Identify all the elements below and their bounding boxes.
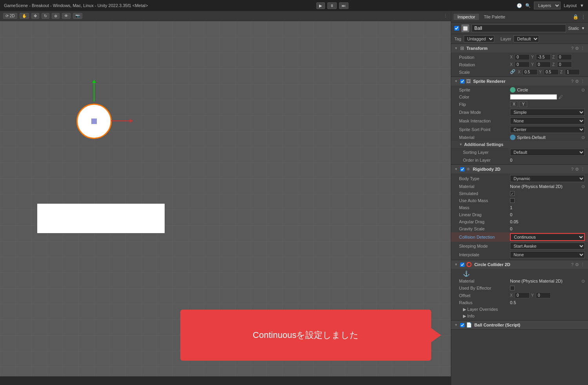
position-x-input[interactable] bbox=[515, 54, 530, 60]
interpolate-dropdown[interactable]: None bbox=[510, 251, 585, 258]
circle-collider-menu-icon[interactable]: ⋮ bbox=[581, 262, 585, 267]
collision-detection-dropdown[interactable]: Continuous bbox=[510, 233, 585, 241]
position-z-input[interactable] bbox=[557, 54, 572, 60]
window-title: GameScene - Breakout - Windows, Mac, Lin… bbox=[4, 3, 148, 8]
sprite-sort-point-dropdown[interactable]: Center bbox=[510, 126, 585, 133]
inspector-panel: Inspector Tile Palette 🔒 ⋮ ⬜ Static ▼ Ta… bbox=[451, 11, 588, 385]
sorting-layer-dropdown[interactable]: Default bbox=[510, 149, 585, 156]
body-type-dropdown[interactable]: Dynamic bbox=[510, 175, 585, 182]
transform-header[interactable]: ▼ ⊞ Transform ? ⚙ ⋮ bbox=[451, 44, 588, 53]
use-auto-mass-row: Use Auto Mass bbox=[451, 197, 588, 204]
rotation-y-item: Y bbox=[531, 62, 551, 68]
scene-canvas[interactable]: Continuousを設定しました bbox=[0, 21, 451, 376]
gravity-scale-label: Gravity Scale bbox=[459, 226, 510, 231]
play-button[interactable]: ▶ bbox=[316, 2, 325, 9]
order-in-layer-row: Order in Layer 0 bbox=[451, 157, 588, 164]
sleeping-mode-dropdown[interactable]: Start Awake bbox=[510, 243, 585, 250]
camera-tool-btn[interactable]: 📷 bbox=[73, 13, 82, 19]
scale-x-input[interactable] bbox=[523, 69, 537, 75]
sprite-renderer-settings-icon[interactable]: ⚙ bbox=[575, 79, 579, 84]
circle-collider-help-icon[interactable]: ? bbox=[571, 262, 573, 267]
sprite-renderer-header[interactable]: ▼ 🖼 Sprite Renderer ? ⚙ ⋮ bbox=[451, 77, 588, 86]
cc-material-ref: None (Physics Material 2D) ⊙ bbox=[510, 279, 585, 284]
used-by-effector-checkbox[interactable] bbox=[510, 286, 515, 290]
cc-material-target-icon[interactable]: ⊙ bbox=[581, 279, 585, 284]
tab-tile-palette[interactable]: Tile Palette bbox=[480, 14, 509, 20]
ball-controller-header[interactable]: ▼ 📄 Ball Controller (Script) bbox=[451, 321, 588, 329]
lock-icon[interactable]: 🔒 bbox=[573, 14, 579, 20]
transform-menu-icon[interactable]: ⋮ bbox=[581, 46, 585, 51]
tab-inspector[interactable]: Inspector bbox=[454, 14, 479, 20]
offset-y-input[interactable] bbox=[536, 292, 551, 298]
more-icon[interactable]: ⋮ bbox=[581, 14, 586, 20]
sprite-renderer-active-checkbox[interactable] bbox=[460, 79, 465, 84]
scale-y-input[interactable] bbox=[544, 69, 559, 75]
mask-interaction-dropdown[interactable]: None bbox=[510, 117, 585, 124]
step-button[interactable]: ⏭ bbox=[339, 2, 348, 9]
cc-anchor-icon: ⚓ bbox=[463, 270, 470, 277]
rigidbody2d-header[interactable]: ▼ ⚛ Rigidbody 2D ? ⚙ ⋮ bbox=[451, 165, 588, 173]
color-eyedropper-icon[interactable]: 🖊 bbox=[559, 95, 563, 99]
rotation-y-input[interactable] bbox=[536, 62, 551, 68]
material-target-icon[interactable]: ⊙ bbox=[581, 135, 585, 140]
circle-collider-name: Circle Collider 2D bbox=[474, 262, 570, 267]
simulated-checkbox[interactable] bbox=[510, 191, 515, 196]
gameobject-active-checkbox[interactable] bbox=[454, 26, 459, 31]
circle-collider-header[interactable]: ▼ ⭕ Circle Collider 2D ? ⚙ ⋮ bbox=[451, 260, 588, 269]
scale-z-input[interactable] bbox=[565, 69, 580, 75]
scale-tool-btn[interactable]: ⊕ bbox=[52, 13, 60, 19]
scale-lock-icon: 🔗 bbox=[510, 69, 515, 75]
play-controls[interactable]: ▶ ⏸ ⏭ bbox=[316, 2, 348, 9]
sprite-ref: Circle ⊙ bbox=[510, 87, 585, 93]
color-label: Color bbox=[459, 95, 510, 99]
rotate-tool-btn[interactable]: ⟳ 2D bbox=[3, 13, 17, 19]
color-picker[interactable] bbox=[510, 94, 557, 100]
transform-settings-icon[interactable]: ⚙ bbox=[575, 46, 579, 51]
rigidbody2d-help-icon[interactable]: ? bbox=[571, 167, 573, 172]
rb-material-target-icon[interactable]: ⊙ bbox=[581, 184, 585, 189]
search-icon[interactable]: 🔍 bbox=[525, 3, 531, 8]
sprite-renderer-name: Sprite Renderer bbox=[473, 79, 570, 84]
position-y-input[interactable] bbox=[536, 54, 551, 60]
layout-dropdown-arrow[interactable]: ▼ bbox=[580, 3, 584, 8]
rotation-x-input[interactable] bbox=[515, 62, 530, 68]
layer-overrides-foldout[interactable]: ▶ Layer Overrides bbox=[451, 306, 588, 313]
flip-x-button[interactable]: X bbox=[510, 101, 518, 107]
rotation-z-input[interactable] bbox=[557, 62, 572, 68]
move-tool-btn[interactable]: ✥ bbox=[31, 13, 39, 19]
additional-settings-header[interactable]: ▼ Additional Settings bbox=[451, 141, 588, 148]
transform-icon: ⊞ bbox=[460, 46, 464, 51]
sprite-renderer-menu-icon[interactable]: ⋮ bbox=[581, 79, 585, 84]
layer-dropdown[interactable]: Default bbox=[514, 35, 539, 42]
rigidbody2d-collapse-arrow: ▼ bbox=[454, 167, 458, 171]
more-options-icon[interactable]: ⋮ bbox=[443, 13, 448, 18]
tag-dropdown[interactable]: Untagged bbox=[464, 35, 494, 42]
cc-material-value-row: Material None (Physics Material 2D) ⊙ bbox=[451, 277, 588, 285]
sprite-target-icon[interactable]: ⊙ bbox=[581, 88, 585, 93]
history-icon[interactable]: 🕐 bbox=[517, 3, 522, 8]
rigidbody2d-active-checkbox[interactable] bbox=[460, 167, 465, 172]
info-foldout[interactable]: ▶ Info bbox=[451, 313, 588, 319]
use-auto-mass-checkbox[interactable] bbox=[510, 198, 515, 203]
ball-controller-active-checkbox[interactable] bbox=[460, 323, 465, 327]
gameobject-name-input[interactable] bbox=[472, 24, 566, 32]
circle-collider-active-checkbox[interactable] bbox=[460, 263, 465, 267]
flip-y-button[interactable]: Y bbox=[519, 101, 528, 107]
order-in-layer-value: 0 bbox=[510, 158, 585, 162]
rigidbody2d-settings-icon[interactable]: ⚙ bbox=[575, 167, 579, 172]
ball-pivot bbox=[91, 119, 97, 124]
rigidbody2d-menu-icon[interactable]: ⋮ bbox=[581, 167, 585, 172]
layers-dropdown[interactable]: Layers bbox=[534, 2, 561, 9]
transform-help-icon[interactable]: ? bbox=[571, 46, 573, 51]
eye-tool-btn[interactable]: 👁 bbox=[62, 13, 71, 19]
sprite-renderer-help-icon[interactable]: ? bbox=[571, 79, 573, 84]
rotate2-tool-btn[interactable]: ↻ bbox=[42, 13, 49, 19]
offset-x-input[interactable] bbox=[515, 292, 530, 298]
material-label: Material bbox=[459, 135, 510, 140]
pause-button[interactable]: ⏸ bbox=[327, 2, 337, 9]
draw-mode-dropdown[interactable]: Simple bbox=[510, 109, 585, 116]
offset-label: Offset bbox=[459, 293, 510, 298]
hand-tool-btn[interactable]: ✋ bbox=[20, 13, 29, 19]
static-dropdown-arrow[interactable]: ▼ bbox=[581, 26, 585, 30]
circle-collider-settings-icon[interactable]: ⚙ bbox=[575, 262, 579, 267]
